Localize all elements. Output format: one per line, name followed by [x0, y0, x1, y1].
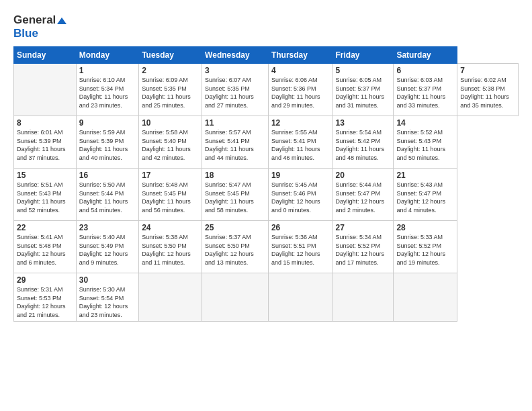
day-number: 7	[460, 66, 515, 75]
day-number: 20	[336, 171, 391, 180]
calendar-cell: 3Sunrise: 6:07 AMSunset: 5:35 PMDaylight…	[202, 64, 269, 116]
calendar-cell: 24Sunrise: 5:38 AMSunset: 5:50 PMDayligh…	[139, 221, 202, 273]
day-info: Sunrise: 5:36 AMSunset: 5:51 PMDaylight:…	[271, 233, 330, 267]
calendar-cell: 13Sunrise: 5:54 AMSunset: 5:42 PMDayligh…	[332, 116, 394, 169]
day-number: 26	[271, 223, 330, 232]
calendar-cell: 2Sunrise: 6:09 AMSunset: 5:35 PMDaylight…	[139, 64, 202, 116]
day-info: Sunrise: 5:57 AMSunset: 5:41 PMDaylight:…	[205, 128, 265, 162]
day-number: 18	[205, 171, 265, 180]
day-number: 3	[205, 66, 265, 75]
calendar-cell	[268, 273, 332, 322]
day-info: Sunrise: 5:48 AMSunset: 5:45 PMDaylight:…	[142, 181, 199, 214]
calendar-cell	[14, 64, 77, 116]
col-header-saturday: Saturday	[394, 47, 457, 64]
day-info: Sunrise: 5:41 AMSunset: 5:48 PMDaylight:…	[17, 233, 73, 267]
calendar-cell: 23Sunrise: 5:40 AMSunset: 5:49 PMDayligh…	[76, 221, 138, 273]
day-info: Sunrise: 5:45 AMSunset: 5:46 PMDaylight:…	[271, 181, 330, 214]
calendar-cell: 10Sunrise: 5:58 AMSunset: 5:40 PMDayligh…	[139, 116, 202, 169]
col-header-thursday: Thursday	[268, 47, 332, 64]
calendar-cell: 9Sunrise: 5:59 AMSunset: 5:39 PMDaylight…	[76, 116, 138, 169]
day-number: 5	[336, 66, 391, 75]
calendar-cell: 1Sunrise: 6:10 AMSunset: 5:34 PMDaylight…	[76, 64, 138, 116]
calendar-cell: 17Sunrise: 5:48 AMSunset: 5:45 PMDayligh…	[139, 169, 202, 221]
day-number: 15	[17, 171, 73, 180]
day-info: Sunrise: 5:55 AMSunset: 5:41 PMDaylight:…	[271, 128, 330, 162]
calendar-cell: 18Sunrise: 5:47 AMSunset: 5:45 PMDayligh…	[202, 169, 269, 221]
day-number: 29	[17, 275, 73, 285]
calendar-cell	[202, 273, 269, 322]
calendar-week-2: 15Sunrise: 5:51 AMSunset: 5:43 PMDayligh…	[14, 169, 519, 221]
calendar-cell: 11Sunrise: 5:57 AMSunset: 5:41 PMDayligh…	[202, 116, 269, 169]
day-info: Sunrise: 6:05 AMSunset: 5:37 PMDaylight:…	[336, 76, 391, 109]
day-number: 30	[79, 275, 136, 285]
logo-text: General Blue	[13, 13, 66, 40]
col-header-friday: Friday	[332, 47, 394, 64]
day-number: 12	[271, 118, 330, 128]
day-number: 4	[271, 66, 330, 75]
calendar-cell	[139, 273, 202, 322]
calendar-week-4: 29Sunrise: 5:31 AMSunset: 5:53 PMDayligh…	[14, 273, 519, 322]
day-info: Sunrise: 5:30 AMSunset: 5:54 PMDaylight:…	[79, 285, 136, 319]
calendar-cell: 20Sunrise: 5:44 AMSunset: 5:47 PMDayligh…	[332, 169, 394, 221]
calendar-cell: 19Sunrise: 5:45 AMSunset: 5:46 PMDayligh…	[268, 169, 332, 221]
calendar-cell	[394, 273, 457, 322]
day-info: Sunrise: 5:58 AMSunset: 5:40 PMDaylight:…	[142, 128, 199, 162]
calendar-cell: 26Sunrise: 5:36 AMSunset: 5:51 PMDayligh…	[268, 221, 332, 273]
day-number: 6	[396, 66, 454, 75]
day-info: Sunrise: 5:47 AMSunset: 5:45 PMDaylight:…	[205, 181, 265, 214]
calendar-week-0: 1Sunrise: 6:10 AMSunset: 5:34 PMDaylight…	[14, 64, 519, 116]
calendar-cell: 27Sunrise: 5:34 AMSunset: 5:52 PMDayligh…	[332, 221, 394, 273]
calendar-cell: 12Sunrise: 5:55 AMSunset: 5:41 PMDayligh…	[268, 116, 332, 169]
day-number: 11	[205, 118, 265, 128]
calendar-table: SundayMondayTuesdayWednesdayThursdayFrid…	[13, 46, 519, 322]
day-info: Sunrise: 6:10 AMSunset: 5:34 PMDaylight:…	[79, 76, 136, 109]
col-header-monday: Monday	[76, 47, 138, 64]
day-info: Sunrise: 6:01 AMSunset: 5:39 PMDaylight:…	[17, 128, 73, 162]
day-number: 28	[396, 223, 454, 232]
day-info: Sunrise: 5:40 AMSunset: 5:49 PMDaylight:…	[79, 233, 136, 267]
calendar-cell: 4Sunrise: 6:06 AMSunset: 5:36 PMDaylight…	[268, 64, 332, 116]
day-info: Sunrise: 5:59 AMSunset: 5:39 PMDaylight:…	[79, 128, 136, 162]
day-number: 1	[79, 66, 136, 75]
calendar-cell: 8Sunrise: 6:01 AMSunset: 5:39 PMDaylight…	[14, 116, 77, 169]
calendar-cell	[332, 273, 394, 322]
calendar-cell: 16Sunrise: 5:50 AMSunset: 5:44 PMDayligh…	[76, 169, 138, 221]
logo: General Blue	[13, 13, 66, 40]
day-info: Sunrise: 6:06 AMSunset: 5:36 PMDaylight:…	[271, 76, 330, 109]
calendar-cell: 30Sunrise: 5:30 AMSunset: 5:54 PMDayligh…	[76, 273, 138, 322]
day-number: 14	[396, 118, 454, 128]
calendar-cell: 28Sunrise: 5:33 AMSunset: 5:52 PMDayligh…	[394, 221, 457, 273]
day-number: 25	[205, 223, 265, 232]
calendar-cell: 25Sunrise: 5:37 AMSunset: 5:50 PMDayligh…	[202, 221, 269, 273]
calendar-cell: 6Sunrise: 6:03 AMSunset: 5:37 PMDaylight…	[394, 64, 457, 116]
day-number: 27	[336, 223, 391, 232]
day-info: Sunrise: 5:34 AMSunset: 5:52 PMDaylight:…	[336, 233, 391, 267]
day-info: Sunrise: 5:38 AMSunset: 5:50 PMDaylight:…	[142, 233, 199, 267]
col-header-sunday: Sunday	[14, 47, 77, 64]
calendar-cell: 21Sunrise: 5:43 AMSunset: 5:47 PMDayligh…	[394, 169, 457, 221]
day-number: 22	[17, 223, 73, 232]
day-number: 23	[79, 223, 136, 232]
calendar-cell: 5Sunrise: 6:05 AMSunset: 5:37 PMDaylight…	[332, 64, 394, 116]
day-info: Sunrise: 5:37 AMSunset: 5:50 PMDaylight:…	[205, 233, 265, 267]
day-number: 19	[271, 171, 330, 180]
day-number: 24	[142, 223, 199, 232]
calendar-week-1: 8Sunrise: 6:01 AMSunset: 5:39 PMDaylight…	[14, 116, 519, 169]
day-info: Sunrise: 5:31 AMSunset: 5:53 PMDaylight:…	[17, 285, 73, 319]
day-number: 13	[336, 118, 391, 128]
day-number: 17	[142, 171, 199, 180]
day-info: Sunrise: 6:07 AMSunset: 5:35 PMDaylight:…	[205, 76, 265, 109]
day-info: Sunrise: 5:50 AMSunset: 5:44 PMDaylight:…	[79, 181, 136, 214]
day-number: 10	[142, 118, 199, 128]
calendar-cell: 29Sunrise: 5:31 AMSunset: 5:53 PMDayligh…	[14, 273, 77, 322]
day-info: Sunrise: 5:44 AMSunset: 5:47 PMDaylight:…	[336, 181, 391, 214]
day-info: Sunrise: 5:52 AMSunset: 5:43 PMDaylight:…	[396, 128, 454, 162]
day-number: 21	[396, 171, 454, 180]
calendar-cell: 7Sunrise: 6:02 AMSunset: 5:38 PMDaylight…	[457, 64, 519, 116]
col-header-tuesday: Tuesday	[139, 47, 202, 64]
day-info: Sunrise: 5:54 AMSunset: 5:42 PMDaylight:…	[336, 128, 391, 162]
day-number: 16	[79, 171, 136, 180]
page-header: General Blue	[13, 11, 519, 40]
calendar-cell: 14Sunrise: 5:52 AMSunset: 5:43 PMDayligh…	[394, 116, 457, 169]
calendar-cell: 15Sunrise: 5:51 AMSunset: 5:43 PMDayligh…	[14, 169, 77, 221]
